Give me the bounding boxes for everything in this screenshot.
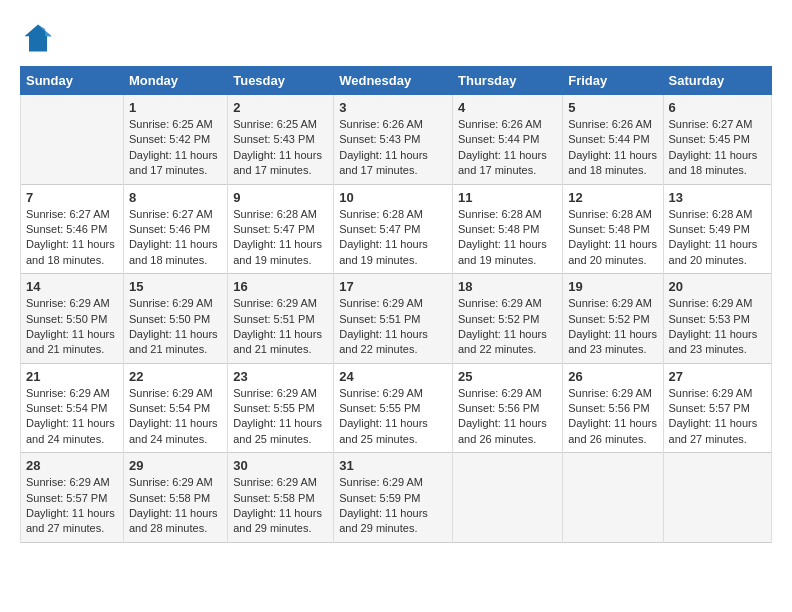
- day-number: 18: [458, 279, 557, 294]
- day-info: Sunrise: 6:29 AMSunset: 5:54 PMDaylight:…: [129, 386, 222, 448]
- day-cell: 14Sunrise: 6:29 AMSunset: 5:50 PMDayligh…: [21, 274, 124, 364]
- svg-marker-0: [25, 25, 52, 52]
- day-cell: 29Sunrise: 6:29 AMSunset: 5:58 PMDayligh…: [123, 453, 227, 543]
- header-row: SundayMondayTuesdayWednesdayThursdayFrid…: [21, 67, 772, 95]
- day-number: 15: [129, 279, 222, 294]
- day-info: Sunrise: 6:27 AMSunset: 5:46 PMDaylight:…: [129, 207, 222, 269]
- day-number: 30: [233, 458, 328, 473]
- day-number: 23: [233, 369, 328, 384]
- day-cell: 2Sunrise: 6:25 AMSunset: 5:43 PMDaylight…: [228, 95, 334, 185]
- header-day-tuesday: Tuesday: [228, 67, 334, 95]
- day-number: 12: [568, 190, 657, 205]
- day-info: Sunrise: 6:29 AMSunset: 5:58 PMDaylight:…: [233, 475, 328, 537]
- calendar-body: 1Sunrise: 6:25 AMSunset: 5:42 PMDaylight…: [21, 95, 772, 543]
- day-cell: 3Sunrise: 6:26 AMSunset: 5:43 PMDaylight…: [334, 95, 453, 185]
- day-cell: 21Sunrise: 6:29 AMSunset: 5:54 PMDayligh…: [21, 363, 124, 453]
- day-info: Sunrise: 6:28 AMSunset: 5:49 PMDaylight:…: [669, 207, 766, 269]
- day-number: 28: [26, 458, 118, 473]
- day-cell: [21, 95, 124, 185]
- week-row-3: 14Sunrise: 6:29 AMSunset: 5:50 PMDayligh…: [21, 274, 772, 364]
- day-number: 6: [669, 100, 766, 115]
- day-cell: 19Sunrise: 6:29 AMSunset: 5:52 PMDayligh…: [563, 274, 663, 364]
- day-info: Sunrise: 6:29 AMSunset: 5:52 PMDaylight:…: [568, 296, 657, 358]
- day-cell: 6Sunrise: 6:27 AMSunset: 5:45 PMDaylight…: [663, 95, 771, 185]
- calendar-header: SundayMondayTuesdayWednesdayThursdayFrid…: [21, 67, 772, 95]
- day-cell: 18Sunrise: 6:29 AMSunset: 5:52 PMDayligh…: [453, 274, 563, 364]
- day-cell: 24Sunrise: 6:29 AMSunset: 5:55 PMDayligh…: [334, 363, 453, 453]
- day-info: Sunrise: 6:26 AMSunset: 5:43 PMDaylight:…: [339, 117, 447, 179]
- page-header: [20, 20, 772, 56]
- day-info: Sunrise: 6:26 AMSunset: 5:44 PMDaylight:…: [458, 117, 557, 179]
- day-number: 13: [669, 190, 766, 205]
- day-cell: 13Sunrise: 6:28 AMSunset: 5:49 PMDayligh…: [663, 184, 771, 274]
- day-info: Sunrise: 6:29 AMSunset: 5:54 PMDaylight:…: [26, 386, 118, 448]
- day-number: 20: [669, 279, 766, 294]
- day-number: 11: [458, 190, 557, 205]
- day-cell: 27Sunrise: 6:29 AMSunset: 5:57 PMDayligh…: [663, 363, 771, 453]
- day-cell: 20Sunrise: 6:29 AMSunset: 5:53 PMDayligh…: [663, 274, 771, 364]
- day-number: 31: [339, 458, 447, 473]
- day-info: Sunrise: 6:29 AMSunset: 5:56 PMDaylight:…: [458, 386, 557, 448]
- day-cell: 30Sunrise: 6:29 AMSunset: 5:58 PMDayligh…: [228, 453, 334, 543]
- day-cell: 22Sunrise: 6:29 AMSunset: 5:54 PMDayligh…: [123, 363, 227, 453]
- day-info: Sunrise: 6:29 AMSunset: 5:55 PMDaylight:…: [339, 386, 447, 448]
- day-number: 22: [129, 369, 222, 384]
- day-cell: 10Sunrise: 6:28 AMSunset: 5:47 PMDayligh…: [334, 184, 453, 274]
- day-info: Sunrise: 6:29 AMSunset: 5:50 PMDaylight:…: [26, 296, 118, 358]
- day-cell: 31Sunrise: 6:29 AMSunset: 5:59 PMDayligh…: [334, 453, 453, 543]
- day-cell: 25Sunrise: 6:29 AMSunset: 5:56 PMDayligh…: [453, 363, 563, 453]
- day-info: Sunrise: 6:28 AMSunset: 5:47 PMDaylight:…: [339, 207, 447, 269]
- day-number: 16: [233, 279, 328, 294]
- day-cell: [453, 453, 563, 543]
- week-row-1: 1Sunrise: 6:25 AMSunset: 5:42 PMDaylight…: [21, 95, 772, 185]
- day-cell: 23Sunrise: 6:29 AMSunset: 5:55 PMDayligh…: [228, 363, 334, 453]
- day-cell: 7Sunrise: 6:27 AMSunset: 5:46 PMDaylight…: [21, 184, 124, 274]
- logo-icon: [20, 20, 56, 56]
- day-number: 29: [129, 458, 222, 473]
- day-number: 14: [26, 279, 118, 294]
- day-number: 27: [669, 369, 766, 384]
- header-day-sunday: Sunday: [21, 67, 124, 95]
- day-info: Sunrise: 6:29 AMSunset: 5:52 PMDaylight:…: [458, 296, 557, 358]
- day-info: Sunrise: 6:29 AMSunset: 5:58 PMDaylight:…: [129, 475, 222, 537]
- week-row-2: 7Sunrise: 6:27 AMSunset: 5:46 PMDaylight…: [21, 184, 772, 274]
- day-cell: [563, 453, 663, 543]
- day-cell: 5Sunrise: 6:26 AMSunset: 5:44 PMDaylight…: [563, 95, 663, 185]
- day-info: Sunrise: 6:29 AMSunset: 5:50 PMDaylight:…: [129, 296, 222, 358]
- header-day-thursday: Thursday: [453, 67, 563, 95]
- day-number: 1: [129, 100, 222, 115]
- day-cell: 28Sunrise: 6:29 AMSunset: 5:57 PMDayligh…: [21, 453, 124, 543]
- day-cell: [663, 453, 771, 543]
- header-day-monday: Monday: [123, 67, 227, 95]
- day-number: 21: [26, 369, 118, 384]
- day-cell: 17Sunrise: 6:29 AMSunset: 5:51 PMDayligh…: [334, 274, 453, 364]
- day-info: Sunrise: 6:28 AMSunset: 5:48 PMDaylight:…: [458, 207, 557, 269]
- day-cell: 11Sunrise: 6:28 AMSunset: 5:48 PMDayligh…: [453, 184, 563, 274]
- day-info: Sunrise: 6:25 AMSunset: 5:43 PMDaylight:…: [233, 117, 328, 179]
- header-day-wednesday: Wednesday: [334, 67, 453, 95]
- day-number: 26: [568, 369, 657, 384]
- day-cell: 26Sunrise: 6:29 AMSunset: 5:56 PMDayligh…: [563, 363, 663, 453]
- day-number: 10: [339, 190, 447, 205]
- calendar-table: SundayMondayTuesdayWednesdayThursdayFrid…: [20, 66, 772, 543]
- day-number: 7: [26, 190, 118, 205]
- day-number: 4: [458, 100, 557, 115]
- day-info: Sunrise: 6:27 AMSunset: 5:46 PMDaylight:…: [26, 207, 118, 269]
- day-cell: 15Sunrise: 6:29 AMSunset: 5:50 PMDayligh…: [123, 274, 227, 364]
- day-cell: 8Sunrise: 6:27 AMSunset: 5:46 PMDaylight…: [123, 184, 227, 274]
- day-info: Sunrise: 6:28 AMSunset: 5:48 PMDaylight:…: [568, 207, 657, 269]
- day-cell: 4Sunrise: 6:26 AMSunset: 5:44 PMDaylight…: [453, 95, 563, 185]
- day-info: Sunrise: 6:29 AMSunset: 5:51 PMDaylight:…: [233, 296, 328, 358]
- header-day-saturday: Saturday: [663, 67, 771, 95]
- header-day-friday: Friday: [563, 67, 663, 95]
- day-info: Sunrise: 6:29 AMSunset: 5:57 PMDaylight:…: [26, 475, 118, 537]
- logo: [20, 20, 60, 56]
- day-info: Sunrise: 6:29 AMSunset: 5:59 PMDaylight:…: [339, 475, 447, 537]
- day-cell: 9Sunrise: 6:28 AMSunset: 5:47 PMDaylight…: [228, 184, 334, 274]
- day-info: Sunrise: 6:28 AMSunset: 5:47 PMDaylight:…: [233, 207, 328, 269]
- day-cell: 1Sunrise: 6:25 AMSunset: 5:42 PMDaylight…: [123, 95, 227, 185]
- day-number: 5: [568, 100, 657, 115]
- day-number: 8: [129, 190, 222, 205]
- day-number: 19: [568, 279, 657, 294]
- day-number: 25: [458, 369, 557, 384]
